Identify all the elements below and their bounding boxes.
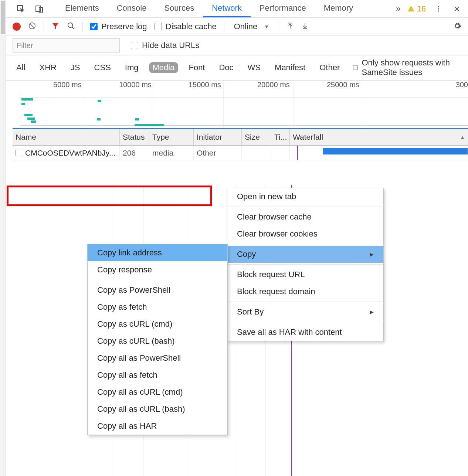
filter-toggle-icon[interactable] [51, 22, 60, 31]
more-tabs-icon[interactable]: » [396, 4, 400, 14]
tab-sources[interactable]: Sources [155, 0, 203, 17]
menu-copy[interactable]: Copy▶ [227, 246, 383, 263]
col-waterfall[interactable]: Waterfall▲ [290, 129, 468, 145]
scrollbar[interactable] [0, 0, 6, 476]
tick: 15000 ms [189, 81, 221, 89]
scrollbar-thumb[interactable] [1, 1, 5, 34]
context-menu: Open in new tab Clear browser cache Clea… [227, 188, 384, 341]
throttling-select[interactable]: Online ▼ [232, 21, 271, 32]
separator [224, 21, 224, 32]
search-icon[interactable] [67, 22, 75, 31]
import-har-icon[interactable] [286, 22, 294, 31]
timeline-overview[interactable]: 5000 ms 10000 ms 15000 ms 20000 ms 25000… [13, 81, 468, 129]
cell-name: CMCoOSEDVwtPANbJy... [13, 146, 120, 160]
hide-data-urls-checkbox[interactable]: Hide data URLs [131, 41, 199, 50]
cell-size [242, 146, 271, 160]
preserve-log-checkbox[interactable]: Preserve log [90, 22, 147, 31]
samesite-checkbox[interactable]: Only show requests with SameSite issues [353, 58, 461, 77]
menu-open-new-tab[interactable]: Open in new tab [227, 188, 383, 205]
separator [279, 21, 279, 32]
col-name[interactable]: Name [13, 129, 120, 145]
svg-rect-11 [303, 28, 307, 29]
svg-point-7 [438, 10, 439, 11]
type-doc[interactable]: Doc [215, 62, 237, 73]
tab-memory[interactable]: Memory [315, 0, 362, 17]
submenu-copy-fetch[interactable]: Copy as fetch [88, 299, 227, 316]
hide-data-urls-label: Hide data URLs [142, 41, 199, 50]
cell-time [271, 146, 290, 160]
submenu-copy-all-har[interactable]: Copy all as HAR [88, 418, 227, 435]
devtools-tabbar: Elements Console Sources Network Perform… [6, 0, 468, 18]
type-other[interactable]: Other [316, 62, 343, 73]
filter-bar: Filter Hide data URLs [6, 35, 468, 56]
svg-rect-3 [411, 7, 411, 9]
tick: 300 [456, 81, 468, 89]
tab-network[interactable]: Network [203, 0, 251, 17]
tab-performance[interactable]: Performance [251, 0, 315, 17]
type-img[interactable]: Img [121, 62, 142, 73]
sort-asc-icon: ▲ [460, 134, 465, 140]
type-media[interactable]: Media [149, 62, 179, 73]
col-size[interactable]: Size [242, 129, 271, 145]
tick: 5000 ms [53, 81, 82, 89]
network-toolbar: Preserve log Disable cache Online ▼ [6, 18, 468, 35]
export-har-icon[interactable] [301, 22, 309, 31]
submenu-arrow-icon: ▶ [370, 309, 374, 315]
submenu-copy-all-powershell[interactable]: Copy all as PowerShell [88, 350, 227, 367]
submenu-copy-all-curl-cmd[interactable]: Copy all as cURL (cmd) [88, 384, 227, 401]
inspect-icon[interactable] [15, 3, 27, 15]
submenu-copy-curl-cmd[interactable]: Copy as cURL (cmd) [88, 316, 227, 333]
type-xhr[interactable]: XHR [35, 62, 60, 73]
submenu-copy-all-curl-bash[interactable]: Copy all as cURL (bash) [88, 401, 227, 418]
col-type[interactable]: Type [149, 129, 194, 145]
type-ws[interactable]: WS [244, 62, 264, 73]
menu-sort-by[interactable]: Sort By▶ [227, 303, 383, 320]
kebab-menu-icon[interactable] [433, 3, 444, 15]
filter-input[interactable]: Filter [13, 38, 120, 52]
submenu-arrow-icon: ▶ [370, 251, 374, 257]
table-row[interactable]: CMCoOSEDVwtPANbJy... 206 media Other [13, 146, 468, 160]
preserve-log-label: Preserve log [101, 22, 147, 31]
disable-cache-label: Disable cache [166, 22, 217, 31]
chevron-down-icon: ▼ [264, 24, 269, 30]
tick: 10000 ms [119, 81, 152, 89]
menu-block-url[interactable]: Block request URL [227, 266, 383, 283]
disable-cache-checkbox[interactable]: Disable cache [155, 22, 217, 31]
submenu-copy-link[interactable]: Copy link address [88, 244, 227, 261]
submenu-copy-powershell[interactable]: Copy as PowerShell [88, 282, 227, 299]
submenu-copy-curl-bash[interactable]: Copy as cURL (bash) [88, 333, 227, 350]
cell-type: media [149, 146, 194, 160]
col-status[interactable]: Status [120, 129, 149, 145]
menu-save-har[interactable]: Save all as HAR with content [227, 324, 383, 341]
submenu-copy-all-fetch[interactable]: Copy all as fetch [88, 367, 227, 384]
device-toggle-icon[interactable] [33, 3, 45, 15]
col-initiator[interactable]: Initiator [194, 129, 242, 145]
clear-icon[interactable] [28, 22, 36, 31]
svg-rect-10 [288, 23, 292, 23]
row-checkbox[interactable] [16, 150, 22, 156]
menu-clear-cookies[interactable]: Clear browser cookies [227, 225, 383, 242]
menu-block-domain[interactable]: Block request domain [227, 283, 383, 300]
type-all[interactable]: All [13, 62, 29, 73]
type-css[interactable]: CSS [91, 62, 115, 73]
type-manifest[interactable]: Manifest [271, 62, 309, 73]
record-button[interactable] [13, 23, 21, 31]
svg-point-6 [438, 8, 439, 9]
tick: 25000 ms [327, 81, 359, 89]
svg-rect-4 [411, 10, 411, 11]
warnings-badge[interactable]: 16 [407, 4, 426, 14]
warnings-count: 16 [417, 4, 426, 14]
tab-elements[interactable]: Elements [56, 0, 108, 17]
submenu-copy-response[interactable]: Copy response [88, 261, 227, 278]
samesite-label: Only show requests with SameSite issues [362, 58, 461, 77]
type-font[interactable]: Font [185, 62, 208, 73]
type-js[interactable]: JS [67, 62, 84, 73]
col-time[interactable]: Ti... [271, 129, 290, 145]
svg-point-9 [68, 23, 73, 27]
menu-clear-cache[interactable]: Clear browser cache [227, 208, 383, 225]
separator [82, 21, 83, 32]
settings-icon[interactable] [453, 22, 461, 31]
tab-console[interactable]: Console [108, 0, 156, 17]
copy-submenu: Copy link address Copy response Copy as … [87, 244, 228, 435]
close-icon[interactable] [451, 3, 463, 15]
